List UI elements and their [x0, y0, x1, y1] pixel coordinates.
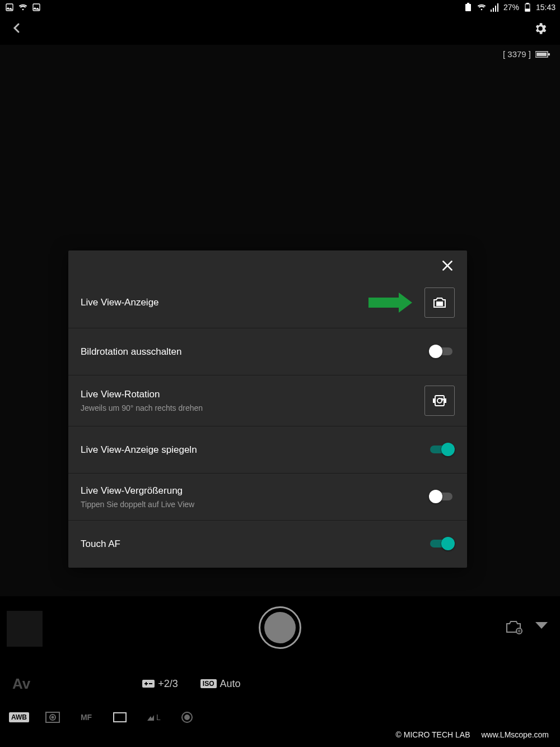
setting-title: Live View-Anzeige spiegeln	[81, 444, 197, 456]
android-status-bar: 27% 15:43	[0, 0, 560, 15]
svg-rect-23	[146, 682, 147, 685]
setting-live-view-zoom: Live View-Vergrößerung Tippen Sie doppel…	[68, 474, 467, 521]
svg-rect-2	[465, 4, 471, 11]
setting-mirror-live-view: Live View-Anzeige spiegeln	[68, 426, 467, 474]
live-view-settings-modal: Live View-Anzeige Bildrotation ausschalt…	[68, 250, 467, 568]
watermark-copyright: © MICRO TECH LAB	[396, 730, 470, 739]
setting-title: Bildrotation ausschalten	[81, 346, 182, 358]
live-view-preview[interactable]: [ 3379 ] Live View-Anzeige	[0, 45, 560, 596]
rotate-90-button[interactable]	[424, 386, 455, 416]
exposure-info-row: Av +2/3 ISO Auto	[0, 667, 560, 700]
setting-title: Touch AF	[81, 539, 120, 550]
annotation-arrow-icon	[368, 294, 417, 311]
iso-value: Auto	[220, 678, 241, 690]
white-balance-button[interactable]: AWB	[10, 710, 28, 725]
image-quality-button[interactable]: L	[144, 710, 162, 725]
svg-rect-6	[495, 6, 496, 12]
setting-disable-image-rotation: Bildrotation ausschalten	[68, 328, 467, 375]
image-icon	[4, 2, 15, 12]
setting-live-view-display: Live View-Anzeige	[68, 277, 467, 328]
svg-rect-24	[149, 683, 152, 684]
battery-saver-icon	[463, 2, 473, 12]
toggle-live-view-zoom[interactable]	[429, 490, 455, 504]
shooting-mode[interactable]: Av	[12, 675, 30, 693]
iso-setting[interactable]: ISO Auto	[200, 678, 241, 690]
bottom-controls: Av +2/3 ISO Auto AWB MF L © MICRO	[0, 596, 560, 747]
watermark-url: www.LMscope.com	[481, 730, 549, 739]
svg-rect-4	[491, 10, 492, 12]
close-button[interactable]	[440, 258, 457, 275]
svg-rect-7	[497, 3, 498, 12]
setting-subtitle: Tippen Sie doppelt auf Live View	[81, 500, 194, 509]
image-icon	[31, 2, 41, 12]
svg-rect-28	[114, 713, 126, 722]
iso-icon: ISO	[200, 679, 217, 688]
status-right: 27% 15:43	[463, 2, 556, 12]
svg-rect-19	[445, 398, 446, 403]
svg-rect-17	[435, 396, 444, 406]
record-mode-button[interactable]	[178, 710, 196, 725]
wifi-icon	[18, 2, 28, 12]
back-button[interactable]	[10, 21, 27, 38]
setting-title: Live View-Vergrößerung	[81, 485, 194, 497]
live-view-layout-button[interactable]	[424, 287, 455, 318]
modes-row: AWB MF L	[0, 700, 560, 734]
shot-counter: [ 3379 ]	[503, 49, 551, 59]
ev-value: +2/3	[158, 678, 178, 690]
setting-title: Live View-Anzeige	[81, 297, 159, 308]
shutter-row	[0, 596, 560, 667]
setting-live-view-rotation: Live View-Rotation Jeweils um 90° nach r…	[68, 375, 467, 426]
ev-icon	[142, 680, 155, 688]
camera-battery-icon	[535, 50, 551, 58]
toggle-mirror-live-view[interactable]	[429, 443, 455, 457]
clock: 15:43	[536, 3, 556, 12]
focus-mode-button[interactable]: MF	[77, 710, 95, 725]
modal-header	[68, 250, 467, 277]
setting-touch-af: Touch AF	[68, 521, 467, 568]
last-photo-thumbnail[interactable]	[7, 611, 43, 647]
battery-percent: 27%	[503, 3, 519, 12]
setting-subtitle: Jeweils um 90° nach rechts drehen	[81, 403, 203, 412]
signal-icon	[490, 2, 500, 12]
watermark: © MICRO TECH LAB www.LMscope.com	[396, 730, 549, 739]
svg-marker-21	[535, 622, 548, 629]
toggle-touch-af[interactable]	[429, 537, 455, 551]
battery-icon	[522, 2, 533, 12]
image-quality-label: L	[156, 713, 161, 722]
status-left	[4, 2, 41, 12]
shutter-button[interactable]	[259, 606, 301, 649]
settings-button[interactable]	[533, 21, 550, 38]
setting-title: Live View-Rotation	[81, 389, 203, 400]
mode-dropdown-button[interactable]	[535, 622, 548, 630]
svg-rect-16	[436, 301, 443, 306]
drive-mode-button[interactable]	[111, 710, 129, 725]
wifi-icon	[477, 2, 487, 12]
app-header	[0, 15, 560, 45]
svg-point-30	[185, 715, 189, 720]
shot-counter-value: [ 3379 ]	[503, 49, 531, 59]
svg-rect-18	[433, 398, 435, 403]
svg-rect-5	[493, 8, 494, 12]
svg-rect-12	[536, 53, 547, 56]
toggle-disable-image-rotation[interactable]	[429, 345, 455, 359]
svg-rect-9	[526, 3, 529, 4]
svg-rect-13	[548, 53, 550, 55]
metering-mode-button[interactable]	[44, 710, 62, 725]
svg-point-27	[52, 717, 54, 718]
svg-rect-10	[525, 9, 530, 11]
exposure-compensation[interactable]: +2/3	[142, 678, 178, 690]
svg-rect-3	[467, 3, 469, 4]
camera-settings-button[interactable]	[505, 619, 524, 635]
